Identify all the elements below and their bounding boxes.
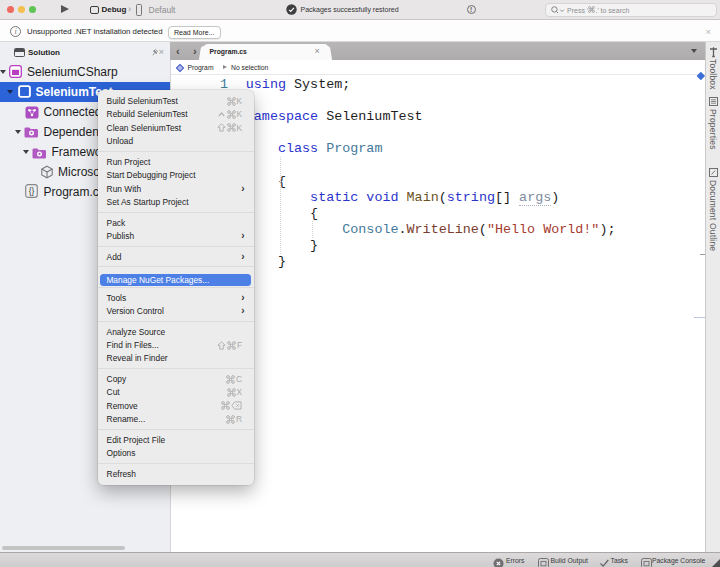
svg-text:{}: {}: [29, 186, 35, 196]
